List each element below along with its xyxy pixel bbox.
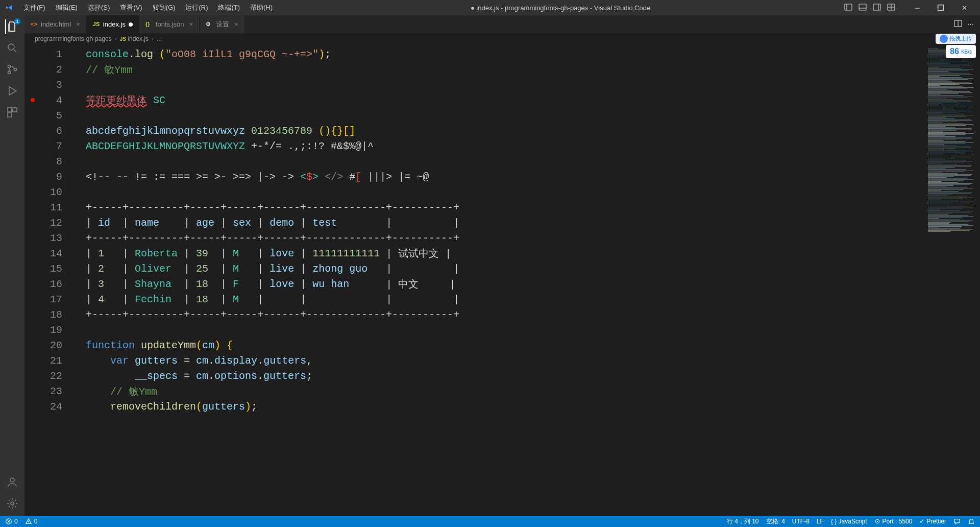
menu-item[interactable]: 终端(T) <box>214 1 244 14</box>
code-line[interactable]: // 敏Ymm <box>86 62 980 77</box>
code-line[interactable]: +-----+---------+-----+-----+------+----… <box>86 307 980 322</box>
layout-right-icon[interactable] <box>873 3 881 13</box>
code-line[interactable]: | 1 | Roberta | 39 | M | love | 11111111… <box>86 246 980 261</box>
debug-icon[interactable] <box>5 84 19 98</box>
window-title: ● index.js - programmingfonts-gh-pages -… <box>277 4 844 12</box>
menu-item[interactable]: 转到(G) <box>149 1 180 14</box>
code-line[interactable] <box>86 184 980 200</box>
status-encoding[interactable]: UTF-8 <box>792 518 810 525</box>
close-tab-icon[interactable]: × <box>234 20 238 28</box>
layout-left-icon[interactable] <box>844 3 852 13</box>
code-line[interactable] <box>86 77 980 92</box>
close-button[interactable]: ✕ <box>952 0 976 15</box>
breadcrumb-item[interactable]: JS index.js <box>120 35 149 42</box>
svg-rect-4 <box>873 4 880 10</box>
tab[interactable]: <>index.html× <box>24 15 87 33</box>
status-warnings[interactable]: 0 <box>25 518 38 525</box>
tab[interactable]: {}fonts.json× <box>139 15 200 33</box>
line-number: 12 <box>24 217 76 229</box>
layout-bottom-icon[interactable] <box>859 3 867 13</box>
layout-grid-icon[interactable] <box>887 3 895 13</box>
breadcrumb-item[interactable]: programmingfonts-gh-pages <box>35 35 112 42</box>
code-line[interactable]: | 2 | Oliver | 25 | M | live | zhong guo… <box>86 261 980 276</box>
tab-label: index.js <box>103 20 126 28</box>
svg-rect-17 <box>13 108 17 112</box>
line-number: 9 <box>24 171 76 183</box>
menu-bar: 文件(F)编辑(E)选择(S)查看(V)转到(G)运行(R)终端(T)帮助(H) <box>19 1 277 14</box>
line-number: 17 <box>24 294 76 305</box>
menu-item[interactable]: 编辑(E) <box>52 1 82 14</box>
code-line[interactable]: +-----+---------+-----+-----+------+----… <box>86 230 980 246</box>
tab[interactable]: ⚙设置× <box>200 15 245 33</box>
settings-icon[interactable] <box>5 496 19 511</box>
upload-speed-badge: 86 KB/s <box>946 45 976 58</box>
tab-bar: <>index.html×JSindex.js{}fonts.json×⚙设置×… <box>24 15 980 33</box>
breakpoint-icon[interactable] <box>31 98 35 102</box>
menu-item[interactable]: 文件(F) <box>19 1 50 14</box>
line-number: 19 <box>24 324 76 336</box>
code-line[interactable]: console.log ("oO08 iIlL1 g9qCGQ ~-+=>"); <box>86 46 980 62</box>
breadcrumb-item[interactable]: ... <box>157 35 162 42</box>
breadcrumb[interactable]: programmingfonts-gh-pages›JS index.js›..… <box>24 33 980 44</box>
split-editor-icon[interactable] <box>954 19 962 29</box>
code-line[interactable]: removeChildren(gutters); <box>86 399 980 414</box>
code-line[interactable]: function updateYmm(cm) { <box>86 338 980 353</box>
code-line[interactable] <box>86 322 980 338</box>
status-eol[interactable]: LF <box>817 518 824 525</box>
titlebar: 文件(F)编辑(E)选择(S)查看(V)转到(G)运行(R)终端(T)帮助(H)… <box>0 0 980 15</box>
status-port[interactable]: Port : 5500 <box>874 518 913 525</box>
explorer-badge: 1 <box>14 18 20 25</box>
code-line[interactable]: abcdefghijklmnopqrstuvwxyz 0123456789 ()… <box>86 123 980 138</box>
code-line[interactable]: 等距更纱黑体 SC <box>86 92 980 108</box>
tab[interactable]: JSindex.js <box>87 15 139 33</box>
menu-item[interactable]: 选择(S) <box>84 1 114 14</box>
code-line[interactable] <box>86 108 980 123</box>
editor-area: <>index.html×JSindex.js{}fonts.json×⚙设置×… <box>24 15 980 516</box>
line-number: 22 <box>24 370 76 382</box>
code-line[interactable]: +-----+---------+-----+-----+------+----… <box>86 200 980 215</box>
more-actions-icon[interactable]: ⋯ <box>967 20 974 28</box>
status-bell-icon[interactable] <box>968 518 975 525</box>
upload-speed-value: 86 <box>950 47 959 56</box>
account-icon[interactable] <box>5 475 19 489</box>
dirty-indicator-icon <box>129 22 133 27</box>
menu-item[interactable]: 帮助(H) <box>246 1 277 14</box>
extensions-icon[interactable] <box>5 105 19 119</box>
code-editor[interactable]: 123456789101112131415161718192021222324 … <box>24 44 980 516</box>
svg-rect-9 <box>938 5 944 11</box>
code-line[interactable]: | 3 | Shayna | 18 | F | love | wu han | … <box>86 276 980 292</box>
code-content[interactable]: console.log ("oO08 iIlL1 g9qCGQ ~-+=>");… <box>81 44 980 516</box>
code-line[interactable]: <!-- -- != := === >= >- >=> |-> -> <$> <… <box>86 169 980 184</box>
minimize-button[interactable]: ─ <box>905 0 929 15</box>
svg-rect-18 <box>8 113 12 117</box>
status-bar: 0 0 行 4，列 10 空格: 4 UTF-8 LF { } JavaScri… <box>0 516 980 527</box>
tab-label: 设置 <box>216 20 229 29</box>
upload-label: 拖拽上传 <box>949 35 972 41</box>
maximize-button[interactable] <box>929 0 952 15</box>
minimap[interactable] <box>924 44 980 516</box>
status-errors[interactable]: 0 <box>5 518 18 525</box>
status-prettier[interactable]: ✓ Prettier <box>919 518 946 525</box>
close-tab-icon[interactable]: × <box>189 20 193 28</box>
source-control-icon[interactable] <box>5 62 19 77</box>
code-line[interactable]: | 4 | Fechin | 18 | M | | | | <box>86 292 980 307</box>
menu-item[interactable]: 查看(V) <box>116 1 146 14</box>
status-cursor-pos[interactable]: 行 4，列 10 <box>727 517 759 526</box>
explorer-icon[interactable]: 1 <box>5 19 19 34</box>
code-line[interactable]: ABCDEFGHIJKLMNOPQRSTUVWXYZ +-*/= .,;:!? … <box>86 138 980 154</box>
search-icon[interactable] <box>5 41 19 55</box>
menu-item[interactable]: 运行(R) <box>181 1 212 14</box>
code-line[interactable]: | id | name | age | sex | demo | test | … <box>86 215 980 230</box>
close-tab-icon[interactable]: × <box>76 20 80 28</box>
line-number: 23 <box>24 386 76 397</box>
line-number: 1 <box>24 49 76 60</box>
status-language[interactable]: { } JavaScript <box>831 518 867 525</box>
code-line[interactable]: // 敏Ymm <box>86 384 980 399</box>
status-feedback-icon[interactable] <box>953 518 961 525</box>
code-line[interactable] <box>86 154 980 169</box>
svg-point-14 <box>14 68 17 71</box>
status-spaces[interactable]: 空格: 4 <box>766 517 785 526</box>
code-line[interactable]: __specs = cm.options.gutters; <box>86 368 980 384</box>
code-line[interactable]: var gutters = cm.display.gutters, <box>86 353 980 368</box>
svg-point-10 <box>8 44 14 50</box>
